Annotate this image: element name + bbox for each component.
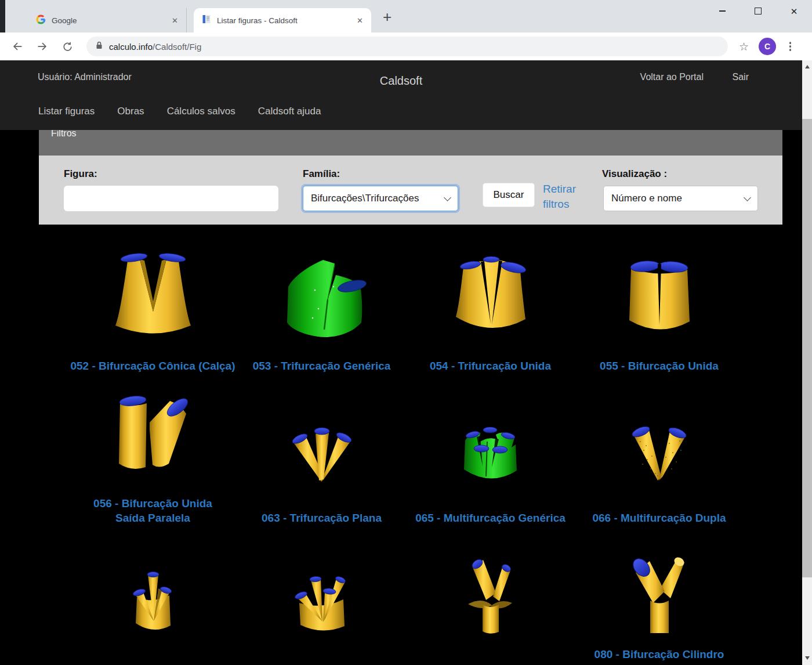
figure-item-056[interactable]: 056 - Bifurcação Unida Saída Paralela bbox=[68, 375, 237, 527]
figure-item-053[interactable]: 053 - Trifurcação Genérica bbox=[237, 234, 406, 375]
figure-thumbnail-080[interactable] bbox=[575, 527, 744, 636]
forward-button[interactable] bbox=[35, 39, 49, 53]
google-favicon-icon bbox=[36, 15, 46, 27]
tab-listar-figuras[interactable]: Listar figuras - Caldsoft ✕ bbox=[194, 8, 371, 32]
tab-google[interactable]: Google ✕ bbox=[28, 8, 187, 32]
figure-thumbnail-065[interactable] bbox=[406, 375, 575, 485]
chevron-down-icon bbox=[744, 194, 751, 201]
page-scrollbar[interactable] bbox=[802, 60, 812, 665]
figures-grid: 052 - Bifurcação Cônica (Calça) 053 - Tr… bbox=[68, 234, 744, 665]
figure-label[interactable]: 066 - Multifurcação Dupla bbox=[592, 511, 726, 527]
buscar-button[interactable]: Buscar bbox=[483, 183, 535, 207]
tab-title: Listar figuras - Caldsoft bbox=[217, 16, 352, 25]
tab-title: Google bbox=[52, 16, 167, 25]
figure-thumbnail-052[interactable] bbox=[68, 234, 237, 340]
nav-caldsoft-ajuda[interactable]: Caldsoft ajuda bbox=[258, 106, 321, 117]
minimize-icon bbox=[719, 10, 726, 12]
filtros-panel-header: Filtros bbox=[39, 130, 782, 156]
site-header: Usuário: Administrador Caldsoft Voltar a… bbox=[0, 60, 802, 130]
main-nav: Listar figuras Obras Cálculos salvos Cal… bbox=[38, 106, 321, 117]
address-bar[interactable]: calculo.info/Caldsoft/Fig bbox=[86, 37, 728, 56]
figure-label[interactable]: 063 - Trifurcação Plana bbox=[262, 511, 382, 527]
figure-thumbnail-056[interactable] bbox=[68, 375, 237, 485]
url-text: calculo.info/Caldsoft/Fig bbox=[109, 42, 201, 52]
scroll-up-button[interactable] bbox=[802, 62, 812, 71]
sair-link[interactable]: Sair bbox=[733, 72, 749, 82]
bookmark-star-icon[interactable]: ☆ bbox=[739, 40, 749, 53]
tab-strip: Google ✕ Listar figuras - Caldsoft ✕ + ✕ bbox=[0, 0, 812, 32]
filtros-title: Filtros bbox=[51, 130, 782, 139]
figure-label[interactable]: 068 - Multifurcação Quádrupla bbox=[242, 662, 400, 665]
maximize-icon bbox=[755, 8, 762, 15]
figure-thumbnail-054[interactable] bbox=[406, 234, 575, 340]
profile-avatar[interactable]: C bbox=[759, 38, 776, 55]
figure-label[interactable]: 080 - Bifurcação Cilindro Cilindro bbox=[587, 647, 732, 665]
back-button[interactable] bbox=[10, 39, 24, 53]
figure-item-063[interactable]: 063 - Trifurcação Plana bbox=[237, 375, 406, 527]
scroll-down-button[interactable] bbox=[802, 653, 812, 663]
figure-thumbnail-053[interactable] bbox=[237, 234, 406, 340]
figure-label[interactable]: 052 - Bifurcação Cônica (Calça) bbox=[70, 359, 235, 375]
arrow-down-icon bbox=[805, 656, 810, 660]
retirar-filtros-link[interactable]: Retirar filtros bbox=[543, 182, 581, 212]
figure-item-066[interactable]: 066 - Multifurcação Dupla bbox=[575, 375, 744, 527]
figure-item-055[interactable]: 055 - Bifurcação Unida bbox=[575, 234, 744, 375]
nav-obras[interactable]: Obras bbox=[117, 106, 144, 117]
lock-icon bbox=[96, 41, 103, 52]
reload-button[interactable] bbox=[60, 39, 74, 53]
voltar-portal-link[interactable]: Voltar ao Portal bbox=[640, 72, 704, 82]
window-frame-edge bbox=[0, 0, 5, 32]
familia-select[interactable]: Bifurcações\Trifurcações bbox=[303, 186, 458, 211]
familia-selected-value: Bifurcações\Trifurcações bbox=[311, 193, 419, 204]
figure-thumbnail-066[interactable] bbox=[575, 375, 744, 485]
visualizacao-select[interactable]: Número e nome bbox=[603, 186, 758, 211]
figure-item-080[interactable]: 080 - Bifurcação Cilindro Cilindro bbox=[575, 527, 744, 665]
figure-label[interactable]: 065 - Multifurcação Genérica bbox=[415, 511, 566, 527]
figure-item-052[interactable]: 052 - Bifurcação Cônica (Calça) bbox=[68, 234, 237, 375]
arrow-up-icon bbox=[805, 65, 810, 68]
browser-toolbar: calculo.info/Caldsoft/Fig ☆ C bbox=[0, 32, 812, 60]
figure-item-054[interactable]: 054 - Trifurcação Unida bbox=[406, 234, 575, 375]
window-maximize-button[interactable] bbox=[740, 0, 776, 22]
figure-thumbnail-068[interactable] bbox=[237, 527, 406, 636]
familia-label: Família: bbox=[303, 168, 340, 180]
figura-label: Figura: bbox=[64, 168, 97, 180]
browser-menu-button[interactable] bbox=[787, 39, 793, 53]
scrollbar-thumb[interactable] bbox=[802, 119, 812, 577]
figure-thumbnail-063[interactable] bbox=[237, 375, 406, 485]
chevron-down-icon bbox=[444, 194, 451, 201]
tab-close-icon[interactable]: ✕ bbox=[172, 16, 178, 25]
filter-panel: Figura: Família: Bifurcações\Trifurcaçõe… bbox=[39, 156, 782, 225]
nav-listar-figuras[interactable]: Listar figuras bbox=[38, 106, 95, 117]
window-close-button[interactable]: ✕ bbox=[776, 0, 812, 22]
figure-item-069[interactable]: 069 - Bifurcação Especial bbox=[406, 527, 575, 665]
nav-calculos-salvos[interactable]: Cálculos salvos bbox=[167, 106, 235, 117]
figure-thumbnail-055[interactable] bbox=[575, 234, 744, 340]
figure-item-068[interactable]: 068 - Multifurcação Quádrupla bbox=[237, 527, 406, 665]
figure-label[interactable]: 056 - Bifurcação Unida Saída Paralela bbox=[78, 496, 229, 527]
new-tab-button[interactable]: + bbox=[383, 9, 392, 24]
figure-label[interactable]: 054 - Trifurcação Unida bbox=[430, 359, 551, 375]
figure-label[interactable]: 053 - Trifurcação Genérica bbox=[253, 359, 391, 375]
figure-thumbnail-067[interactable] bbox=[68, 527, 237, 636]
figura-input[interactable] bbox=[64, 186, 278, 211]
figure-item-067[interactable]: 067 - Multifurcação Tripla bbox=[68, 527, 237, 665]
visualizacao-label: Visualização : bbox=[602, 168, 667, 180]
close-icon: ✕ bbox=[791, 7, 798, 16]
page-favicon-icon bbox=[202, 15, 211, 26]
figure-item-065[interactable]: 065 - Multifurcação Genérica bbox=[406, 375, 575, 527]
tab-close-icon[interactable]: ✕ bbox=[357, 16, 363, 25]
window-minimize-button[interactable] bbox=[704, 0, 740, 22]
figure-label[interactable]: 069 - Bifurcação Especial bbox=[424, 662, 557, 665]
visualizacao-selected-value: Número e nome bbox=[611, 193, 682, 204]
figure-thumbnail-069[interactable] bbox=[406, 527, 575, 636]
figure-label[interactable]: 055 - Bifurcação Unida bbox=[600, 359, 719, 375]
page-content: Usuário: Administrador Caldsoft Voltar a… bbox=[0, 60, 812, 665]
figure-label[interactable]: 067 - Multifurcação Tripla bbox=[86, 662, 219, 665]
